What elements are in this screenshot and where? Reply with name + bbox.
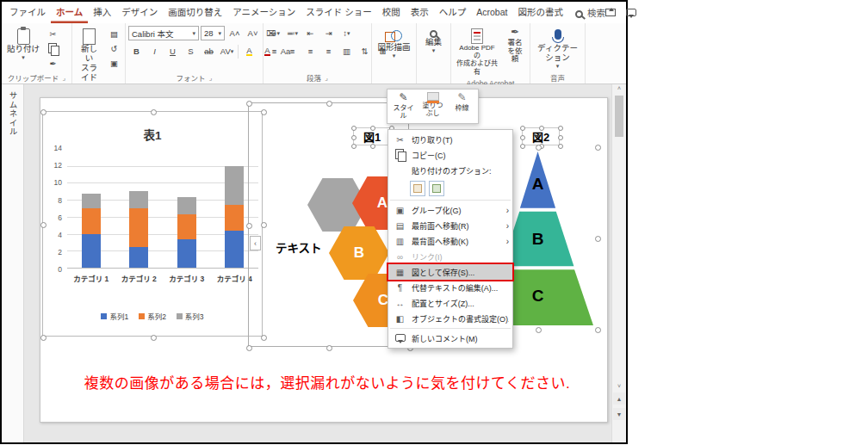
selection-handle[interactable] <box>351 144 356 149</box>
text-shadow-button[interactable]: S <box>183 45 199 59</box>
selection-handle[interactable] <box>40 222 46 228</box>
comments-icon[interactable] <box>626 9 636 16</box>
menu-item-save-as-picture[interactable]: ▦ 図として保存(S)... <box>388 264 512 280</box>
selection-handle[interactable] <box>261 222 267 228</box>
clipboard-dialog-launcher-icon[interactable]: ⌟ <box>62 74 65 82</box>
numbering-button[interactable]: ≕▾ <box>284 27 301 40</box>
tab-acrobat[interactable]: Acrobat <box>471 2 512 23</box>
menu-item-copy[interactable]: コピー(C) <box>388 147 512 163</box>
format-painter-button[interactable]: ✒ <box>45 56 61 70</box>
menu-item-new-comment[interactable]: 新しいコメント(M) <box>388 331 512 346</box>
menu-item-group[interactable]: ▣ グループ化(G) › <box>388 202 512 218</box>
font-name-combo[interactable]: Calibri 本文▾ <box>128 26 199 40</box>
underline-button[interactable]: U <box>164 45 181 59</box>
request-signatures-button[interactable]: ✒ 署名 を依頼 <box>503 25 527 77</box>
selection-handle[interactable] <box>351 135 356 140</box>
paste-option-destination-theme-icon[interactable] <box>410 181 425 196</box>
tab-animations[interactable]: アニメーション <box>227 2 301 23</box>
increase-font-button[interactable]: A˄ <box>226 27 243 40</box>
tab-help[interactable]: ヘルプ <box>434 2 472 23</box>
selection-handle[interactable] <box>520 135 525 140</box>
vertical-scrollbar[interactable]: ˄ ˅ ▲ ▼ <box>611 84 626 442</box>
menu-item-format-object[interactable]: ◧ オブジェクトの書式設定(O)... <box>388 311 512 326</box>
tab-review[interactable]: 校閲 <box>377 2 406 23</box>
decrease-indent-button[interactable]: ⇤ <box>302 27 319 40</box>
collapse-arrow-button[interactable]: ‹ <box>250 236 261 250</box>
text-placeholder[interactable]: テキスト <box>276 238 322 256</box>
character-spacing-button[interactable]: AV▾ <box>219 45 235 59</box>
editing-button[interactable]: 編集 ▾ <box>423 25 444 71</box>
menu-item-size-and-position[interactable]: ↔ 配置とサイズ(Z)... <box>388 295 512 311</box>
selection-handle[interactable] <box>370 126 375 131</box>
style-button[interactable]: スタイル <box>390 91 417 121</box>
selection-handle[interactable] <box>326 101 332 107</box>
font-dialog-launcher-icon[interactable]: ⌟ <box>209 74 213 82</box>
tab-home[interactable]: ホーム <box>51 2 88 23</box>
selection-handle[interactable] <box>246 345 252 351</box>
menu-item-cut[interactable]: ✂ 切り取り(T) <box>388 132 512 147</box>
tab-design[interactable]: デザイン <box>116 2 163 23</box>
cut-button[interactable]: ✂ <box>45 27 61 40</box>
scroll-up-arrow-icon[interactable]: ˄ <box>612 85 626 91</box>
search-box[interactable]: 検索 <box>575 6 605 19</box>
thumbnail-pane[interactable]: サムネイル <box>2 84 24 442</box>
tab-file[interactable]: ファイル <box>4 2 51 23</box>
previous-slide-button[interactable]: ▲ <box>613 392 625 405</box>
tab-transitions[interactable]: 画面切り替え <box>163 2 227 23</box>
menu-item-send-to-back[interactable]: ▥ 最背面へ移動(K) › <box>388 233 512 249</box>
create-pdf-button[interactable]: Adobe PDF の 作成および共有 <box>454 25 500 77</box>
selection-handle[interactable] <box>595 236 601 242</box>
decrease-font-button[interactable]: A˅ <box>245 27 261 40</box>
section-button[interactable]: ▣ <box>106 56 122 70</box>
figure2-textbox[interactable]: 図2 <box>522 127 560 145</box>
line-spacing-button[interactable]: ↕▾ <box>338 27 355 40</box>
selection-handle[interactable] <box>351 126 356 131</box>
align-left-button[interactable]: ≡ <box>266 45 282 59</box>
selection-handle[interactable] <box>558 135 563 140</box>
scrollbar-thumb[interactable] <box>615 96 623 137</box>
selection-handle[interactable] <box>520 144 525 149</box>
selection-handle[interactable] <box>246 223 252 229</box>
selection-handle[interactable] <box>536 145 542 151</box>
tab-insert[interactable]: 挿入 <box>88 2 116 23</box>
selection-handle[interactable] <box>246 101 252 107</box>
new-slide-button[interactable]: 新しい スライド ▾ <box>75 25 103 90</box>
selection-handle[interactable] <box>558 126 563 131</box>
selection-handle[interactable] <box>326 345 332 351</box>
bullets-button[interactable]: ≔▾ <box>266 27 282 40</box>
shape-fill-button[interactable]: 塗りつぶし <box>419 91 446 121</box>
reset-slide-button[interactable]: ↺ <box>106 41 122 55</box>
selection-handle[interactable] <box>595 145 601 151</box>
paragraph-dialog-launcher-icon[interactable]: ⌟ <box>325 74 328 82</box>
tab-slideshow[interactable]: スライド ショー <box>301 2 376 23</box>
selection-handle[interactable] <box>151 335 157 341</box>
tab-shape-format[interactable]: 図形の書式 <box>512 2 568 23</box>
shape-outline-button[interactable]: 枠線 <box>449 91 475 121</box>
justify-button[interactable]: ≡ <box>320 45 337 59</box>
figure1-textbox[interactable]: 図1 <box>353 127 391 145</box>
selection-handle[interactable] <box>595 327 601 333</box>
text-direction-button[interactable]: ⇅ <box>356 45 373 59</box>
increase-indent-button[interactable]: ⇥ <box>320 27 337 40</box>
chart-object[interactable]: 表1 14121086420 カテゴリ 1カテゴリ 2カテゴリ 3カテゴリ 4 … <box>42 111 263 337</box>
strikethrough-button[interactable]: ab <box>201 45 217 59</box>
bold-button[interactable]: B <box>128 45 145 59</box>
paste-button[interactable]: 貼り付け ▾ <box>4 25 42 71</box>
selection-handle[interactable] <box>520 126 525 131</box>
selection-handle[interactable] <box>261 335 267 341</box>
dictate-button[interactable]: ディクテー ション ▾ <box>535 25 580 71</box>
selection-handle[interactable] <box>558 144 563 149</box>
selection-handle[interactable] <box>151 109 157 115</box>
menu-item-bring-to-front[interactable]: ▤ 最前面へ移動(R) › <box>388 218 512 233</box>
next-slide-button[interactable]: ▼ <box>613 408 625 420</box>
copy-button[interactable] <box>45 41 61 55</box>
selection-handle[interactable] <box>261 109 267 115</box>
highlight-color-button[interactable]: A <box>241 45 257 59</box>
tab-view[interactable]: 表示 <box>406 2 434 23</box>
columns-button[interactable]: ▥ <box>338 45 355 59</box>
selection-handle[interactable] <box>536 327 542 333</box>
shape-drawing-button[interactable]: 図形描画 ▾ <box>375 25 412 71</box>
font-size-combo[interactable]: 28▾ <box>201 26 225 40</box>
selection-handle[interactable] <box>370 144 375 149</box>
slide[interactable]: 表1 14121086420 カテゴリ 1カテゴリ 2カテゴリ 3カテゴリ 4 … <box>40 97 608 423</box>
